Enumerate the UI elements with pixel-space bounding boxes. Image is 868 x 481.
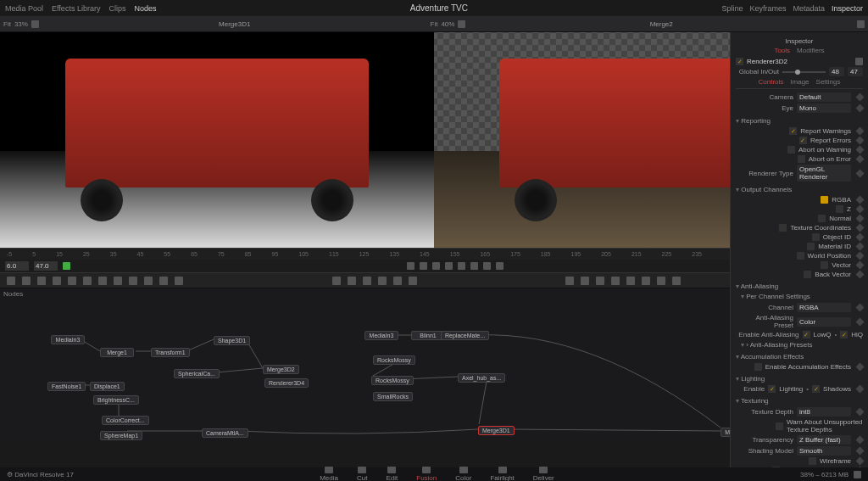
page-fusion[interactable]: Fusion — [416, 467, 437, 481]
tool-icon[interactable] — [37, 277, 46, 285]
section-aa-presets[interactable]: › Anti-Aliasing Presets — [741, 341, 863, 349]
topbar-inspector[interactable]: Inspector — [832, 4, 863, 13]
tool-icon[interactable] — [7, 277, 15, 285]
keyframe-icon[interactable] — [856, 205, 865, 214]
node-spheremap1[interactable]: SphereMap1 — [100, 431, 142, 440]
tex-depth-dropdown[interactable]: int8 — [797, 407, 851, 417]
home-icon[interactable] — [854, 471, 861, 478]
topbar-spline[interactable]: Spline — [721, 4, 743, 13]
node-sphericalca...[interactable]: SphericalCa... — [174, 369, 220, 378]
tool-icon[interactable] — [129, 277, 137, 285]
play-reverse-icon[interactable] — [432, 262, 440, 270]
tool-icon[interactable] — [98, 277, 107, 285]
channel-check[interactable] — [804, 271, 811, 278]
channel-check[interactable] — [821, 196, 828, 204]
node-enable-toggle[interactable] — [736, 58, 743, 65]
node-fastnoise1[interactable]: FastNoise1 — [47, 382, 86, 391]
tool-icon[interactable] — [144, 277, 153, 285]
node-merge1[interactable]: Merge1 — [100, 348, 134, 357]
keyframe-icon[interactable] — [856, 137, 865, 145]
keyframe-icon[interactable] — [856, 261, 865, 270]
topbar-effects-library[interactable]: Effects Library — [52, 4, 100, 13]
channel-check[interactable] — [807, 243, 815, 250]
page-deliver[interactable]: Deliver — [533, 467, 554, 481]
section-texturing[interactable]: Texturing — [736, 397, 863, 405]
node-rocksmossy[interactable]: RocksMossy — [373, 355, 415, 365]
tool-icon[interactable] — [114, 277, 122, 285]
global-in-value[interactable]: 48 — [829, 67, 844, 76]
node-transform1[interactable]: Transform1 — [151, 348, 190, 357]
node-mediain3[interactable]: MediaIn3 — [364, 331, 398, 340]
node-axel_hub_as...[interactable]: Axel_hub_as... — [458, 373, 505, 383]
keyframe-icon[interactable] — [856, 304, 865, 312]
tool-icon[interactable] — [596, 277, 604, 285]
topbar-clips[interactable]: Clips — [108, 4, 125, 13]
report-check[interactable] — [799, 137, 807, 144]
goto-end-icon[interactable] — [483, 262, 491, 270]
topbar-media-pool[interactable]: Media Pool — [5, 4, 43, 13]
aa-preset-dropdown[interactable]: Color — [797, 317, 851, 327]
renderer-type-dropdown[interactable]: OpenGL Renderer — [797, 165, 851, 182]
node-brightnessc...[interactable]: BrightnessC... — [93, 395, 139, 405]
tool-icon[interactable] — [53, 277, 61, 285]
keyframe-icon[interactable] — [856, 436, 865, 445]
current-frame-input[interactable] — [34, 261, 58, 271]
step-fwd-icon[interactable] — [470, 262, 478, 270]
step-back-icon[interactable] — [420, 262, 427, 270]
keyframe-icon[interactable] — [856, 243, 865, 251]
channel-check[interactable] — [836, 205, 843, 213]
tool-icon[interactable] — [581, 277, 589, 285]
keyframe-icon[interactable] — [856, 127, 865, 136]
keyframe-icon[interactable] — [856, 233, 865, 242]
tool-icon[interactable] — [175, 277, 183, 285]
topbar-keyframes[interactable]: Keyframes — [749, 4, 786, 13]
tool-icon[interactable] — [348, 277, 356, 285]
tool-icon[interactable] — [332, 277, 341, 285]
range-start-input[interactable] — [5, 261, 29, 271]
keyframe-icon[interactable] — [856, 155, 865, 164]
loop-icon[interactable] — [496, 262, 504, 270]
tex-warn-check[interactable] — [776, 422, 783, 430]
keyframe-icon[interactable] — [856, 252, 865, 260]
keyframe-icon[interactable] — [856, 215, 865, 223]
channel-check[interactable] — [812, 233, 820, 241]
viewer-options-icon[interactable] — [857, 20, 865, 28]
viewer-left-zoom[interactable]: 33% — [14, 20, 28, 28]
viewer-left-opts-icon[interactable] — [31, 20, 39, 28]
keyframe-icon[interactable] — [856, 447, 865, 456]
tool-icon[interactable] — [159, 277, 168, 285]
subtab-settings[interactable]: Settings — [816, 78, 841, 86]
section-antialiasing[interactable]: Anti-Aliasing — [736, 282, 863, 290]
node-renderer3d4[interactable]: Renderer3D4 — [264, 378, 309, 388]
eye-dropdown[interactable]: Mono — [797, 103, 851, 113]
tool-icon[interactable] — [672, 277, 681, 285]
node-displace1[interactable]: Displace1 — [90, 382, 125, 391]
keyframe-icon[interactable] — [856, 408, 865, 417]
topbar-nodes[interactable]: Nodes — [134, 4, 156, 13]
inspector-tab-modifiers[interactable]: Modifiers — [797, 47, 824, 54]
page-fairlight[interactable]: Fairlight — [490, 467, 514, 481]
channel-check[interactable] — [779, 224, 787, 232]
aa-lowq-check[interactable] — [803, 331, 810, 338]
tool-icon[interactable] — [378, 277, 387, 285]
node-replacemate...[interactable]: ReplaceMate... — [441, 331, 489, 340]
viewer-right-fit[interactable]: Fit — [431, 20, 438, 28]
node-colorcorrect...[interactable]: ColorCorrect... — [102, 416, 149, 425]
keyframe-icon[interactable] — [856, 317, 865, 326]
shadows-check[interactable] — [812, 385, 820, 393]
page-edit[interactable]: Edit — [386, 467, 398, 481]
tool-icon[interactable] — [83, 277, 92, 285]
viewer-left-fit[interactable]: Fit — [3, 20, 11, 28]
global-out-value[interactable]: 47 — [848, 67, 863, 76]
section-output-channels[interactable]: Output Channels — [736, 186, 863, 193]
tool-icon[interactable] — [409, 277, 417, 285]
accum-check[interactable] — [754, 363, 762, 371]
play-icon[interactable] — [458, 262, 465, 270]
reset-icon[interactable] — [855, 58, 863, 65]
report-check[interactable] — [787, 146, 795, 154]
keyframe-icon[interactable] — [856, 169, 865, 177]
node-cameramtla...[interactable]: CameraMtlA... — [202, 428, 248, 438]
tool-icon[interactable] — [657, 277, 665, 285]
keyframe-icon[interactable] — [856, 104, 865, 113]
viewer-left[interactable] — [0, 32, 434, 248]
